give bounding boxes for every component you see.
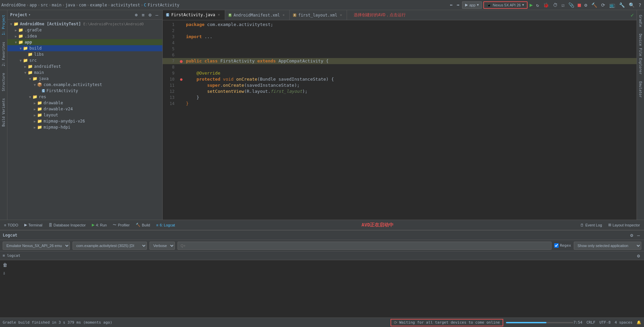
avd-manager-icon[interactable]: 📺 [608, 2, 616, 8]
tree-item-build[interactable]: ▼ 📁 build [7, 45, 162, 51]
build-icon[interactable]: 🔨 [590, 2, 598, 8]
tab-firstactivity[interactable]: C FirstActivity.java × [163, 10, 225, 20]
tree-item-main[interactable]: ▼ 📁 main [7, 70, 162, 76]
level-dropdown[interactable]: Verbose Debug Info Warn Error [150, 242, 175, 250]
charset-display[interactable]: UTF-8 [599, 320, 611, 325]
tree-item-mipmap-hdpi[interactable]: ▶ 📁 mipmap-hdpi [7, 124, 162, 130]
indent-display[interactable]: 4 spaces [615, 320, 633, 325]
stop-button[interactable]: ■ [577, 1, 582, 9]
device-selector[interactable]: 📱 Nexus 5X API 26 ▾ [483, 1, 528, 9]
tab-manifest[interactable]: M AndroidManifest.xml × [225, 10, 290, 20]
debug-icon[interactable]: 🐞 [542, 2, 550, 8]
layout-inspector-tab[interactable]: ⊞ Layout Inspector [606, 221, 643, 229]
tree-item-libs[interactable]: 📁 libs [7, 51, 162, 57]
tree-item-package[interactable]: ▼ 📦 com.example.activitytest [7, 82, 162, 88]
sidebar-dropdown-icon[interactable]: ▾ [29, 13, 31, 17]
tree-item[interactable]: ▶ 📁 .idea [7, 33, 162, 39]
sync-icon[interactable]: ⟳ [600, 2, 607, 8]
coverage-icon[interactable]: ☑ [560, 2, 566, 8]
device-dropdown[interactable]: Emulator Nexus_5X_API_26 emu [3, 242, 70, 250]
refresh-icon[interactable]: ↻ [535, 2, 540, 8]
tree-item-androidtest[interactable]: ▶ 📁 androidTest [7, 63, 162, 70]
logcat-body: 🗑 ⇩ [0, 260, 644, 318]
tab-label: FirstActivity.java [171, 12, 215, 17]
sidebar-item-favorites[interactable]: 2: Favorites [1, 38, 6, 70]
breadcrumb-androidone[interactable]: AndroidOne [1, 3, 26, 7]
database-inspector-tab[interactable]: 🗄 Database Inspector [46, 221, 88, 229]
tree-item-drawable-v24[interactable]: ▶ 📁 drawable-v24 [7, 106, 162, 112]
build-tab[interactable]: 🔨 Build [133, 221, 153, 229]
terminal-tab[interactable]: ▶ Terminal [22, 221, 45, 229]
show-filter-dropdown[interactable]: Show only selected application [574, 242, 641, 250]
settings2-icon[interactable]: ⚙ [636, 252, 641, 259]
breadcrumb-file[interactable]: C [144, 3, 146, 7]
folder-icon: 📦 [37, 82, 42, 87]
tab-close-icon[interactable]: × [217, 12, 220, 17]
arrow-icon: ▶ [14, 34, 18, 38]
logcat-section-label: logcat [7, 253, 21, 258]
folder-icon: 📁 [18, 28, 23, 32]
panel-settings-icon[interactable]: ⚙ [629, 232, 634, 239]
progress-fill [506, 322, 546, 323]
folder-icon: 📁 [28, 52, 33, 57]
sdk-manager-icon[interactable]: 🔧 [618, 2, 626, 8]
tree-item-drawable[interactable]: ▶ 📁 drawable [7, 100, 162, 106]
tree-item-mipmap-anydpi[interactable]: ▶ 📁 mipmap-anydpi-v26 [7, 118, 162, 124]
app-dropdown[interactable]: com.example.activitytest (3025) [DI [73, 242, 147, 250]
app-selector[interactable]: ▶ app ▾ [462, 1, 482, 9]
tree-item-res[interactable]: ▼ 📁 res [7, 94, 162, 100]
back-icon[interactable]: ⬅ [449, 2, 454, 8]
device-file-explorer-tab[interactable]: Device File Explorer [638, 30, 643, 78]
sidebar-item-project[interactable]: 1: Project [1, 11, 6, 38]
panel-minimize-icon[interactable]: — [636, 232, 641, 239]
profiler-tab[interactable]: 〜 Profiler [110, 221, 132, 229]
collapse-icon[interactable]: ≡ [140, 11, 146, 18]
tree-item-firstactivity[interactable]: C FirstActivity [7, 88, 162, 94]
tab-close-icon[interactable]: × [339, 13, 343, 17]
code-editor[interactable]: 1 package com.example.activitytest; 2 3 … [163, 20, 637, 220]
logcat-tab[interactable]: ≡ 6: Logcat [154, 221, 178, 229]
run-button[interactable]: ▶ [529, 1, 534, 9]
breadcrumb-main[interactable]: main [52, 3, 61, 7]
tree-item-layout[interactable]: ▶ 📁 layout [7, 112, 162, 118]
emulator-tab[interactable]: Emulator [638, 78, 643, 101]
folder-icon: 📁 [37, 113, 42, 117]
tree-item[interactable]: ▶ 📁 .gradle [7, 27, 162, 33]
help-icon[interactable]: ? [637, 2, 643, 8]
tab-close-icon[interactable]: × [282, 13, 285, 17]
settings-icon[interactable]: ⚙ [583, 2, 588, 8]
breadcrumb-com[interactable]: com [79, 3, 86, 7]
attach-icon[interactable]: 📎 [567, 2, 575, 8]
regex-checkbox[interactable] [554, 243, 559, 248]
search-icon[interactable]: 🔍 [627, 2, 636, 8]
line-ending[interactable]: CRLF [586, 320, 595, 325]
tab-layout[interactable]: X first_layout.xml × [290, 10, 347, 20]
gear-icon[interactable]: ⚙ [147, 11, 153, 18]
gradle-tab[interactable]: Gradle [638, 11, 643, 30]
profile-icon[interactable]: ⏱ [552, 2, 559, 8]
tree-item-src[interactable]: ▼ 📁 src [7, 57, 162, 63]
tree-item-java[interactable]: ▼ 📁 java [7, 76, 162, 82]
clear-logcat-icon[interactable]: 🗑 [1, 262, 9, 268]
breadcrumb-src[interactable]: src [41, 3, 48, 7]
close-panel-icon[interactable]: — [154, 11, 160, 18]
event-log-tab[interactable]: 🗒 Event Log [578, 221, 605, 229]
folder-icon: 📁 [32, 94, 37, 99]
logcat-search-input[interactable] [178, 242, 552, 250]
sidebar-item-build-variants[interactable]: Build Variants [1, 95, 6, 130]
scope-icon[interactable]: ⊕ [133, 11, 139, 18]
breadcrumb-activitytest[interactable]: activitytest [111, 3, 140, 7]
database-label: Database Inspector [54, 223, 86, 227]
scroll-to-end-icon[interactable]: ⇩ [1, 270, 9, 276]
breadcrumb-example[interactable]: example [90, 3, 107, 7]
tree-item[interactable]: ▼ 📁 AndroidOne [ActivityTest] E:\Android… [7, 21, 162, 27]
code-line: 3 import ... [163, 34, 637, 40]
forward-icon[interactable]: ➡ [455, 2, 461, 8]
manifest-icon: M [229, 13, 232, 17]
todo-tab[interactable]: ≡ TODO [1, 221, 21, 229]
sidebar-item-structure[interactable]: Structure [1, 70, 6, 94]
breadcrumb-app[interactable]: app [29, 3, 37, 7]
run-tab[interactable]: ▶ 4: Run [89, 221, 109, 229]
breadcrumb-java[interactable]: java [65, 3, 75, 7]
tree-item-app[interactable]: ▼ 📁 app [7, 39, 162, 45]
